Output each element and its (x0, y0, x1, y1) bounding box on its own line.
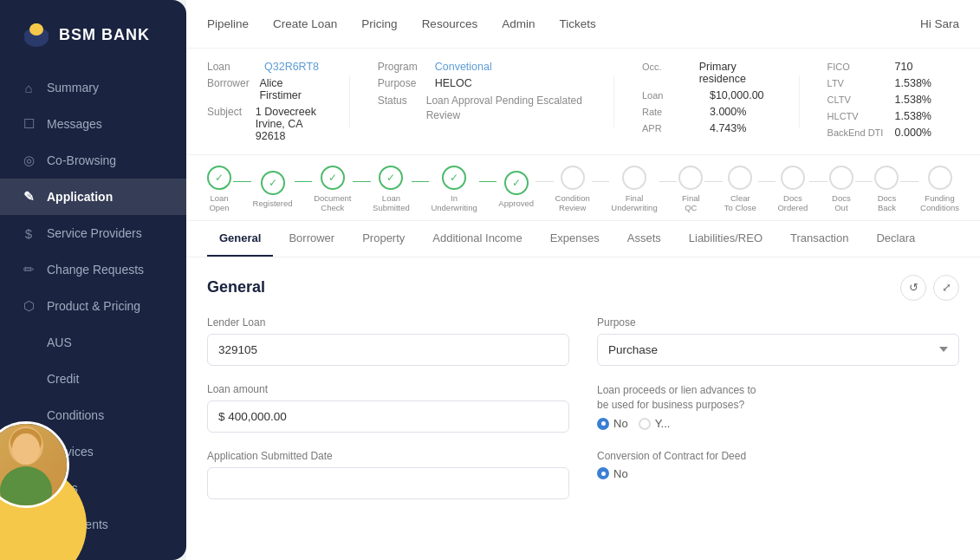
business-no-option[interactable]: No (597, 417, 628, 430)
prog-line (900, 181, 918, 183)
edit-icon: ✏ (21, 262, 36, 277)
loan-amount-input[interactable] (207, 400, 569, 433)
tab-expenses[interactable]: Expenses (538, 221, 612, 257)
prog-step-docs-ordered: DocsOrdered (777, 166, 808, 213)
status-value: Loan Approval Pending Escalated Review (426, 94, 586, 123)
ltv-value: 1.538% (895, 77, 931, 89)
section-actions: ↺ ⤢ (900, 275, 959, 301)
prog-label: DocsOrdered (777, 193, 808, 213)
divider-3 (799, 75, 800, 127)
tab-general[interactable]: General (207, 221, 273, 257)
business-yes-option[interactable]: Y... (639, 417, 671, 430)
fico-row: FICO 710 (827, 61, 931, 73)
prog-label: ConditionReview (555, 193, 590, 213)
prog-label: DocsBack (878, 193, 897, 213)
sidebar-item-label: Co-Browsing (47, 153, 116, 167)
cltv-label: CLTV (827, 94, 888, 105)
nav-resources[interactable]: Resources (422, 14, 478, 34)
status-label: Status (378, 94, 419, 107)
content-area: General ↺ ⤢ Lender Loan Purpose Purchase… (186, 257, 980, 560)
fico-label: FICO (827, 62, 888, 72)
nav-pricing[interactable]: Pricing (361, 14, 397, 34)
tab-declara[interactable]: Declara (864, 221, 927, 257)
status-row: Status Loan Approval Pending Escalated R… (378, 94, 586, 123)
prog-label: DocumentCheck (314, 193, 351, 213)
prog-step-loan-open: ✓ LoanOpen (207, 166, 231, 213)
sidebar-item-aus[interactable]: AUS (0, 324, 186, 361)
loan-amount-group: Loan amount (207, 383, 569, 433)
sidebar-item-label: Messages (47, 117, 102, 131)
purpose-select[interactable]: Purchase Refinance Cash Out Refinance Ot… (597, 334, 959, 366)
form-grid: Lender Loan Purpose Purchase Refinance C… (207, 316, 959, 499)
sidebar-item-change-requests[interactable]: ✏ Change Requests (0, 251, 186, 288)
loan-amount-value: $10,000.00 (710, 89, 764, 101)
prog-step-loan-submitted: ✓ LoanSubmitted (373, 166, 410, 213)
prog-label: FundingConditions (920, 193, 959, 213)
nav-admin[interactable]: Admin (502, 14, 535, 34)
apr-row: APR 4.743% (642, 122, 771, 134)
loan-metrics-2: FICO 710 LTV 1.538% CLTV 1.538% HLCTV 1.… (827, 61, 931, 139)
business-question-label: Loan proceeds or lien advances tobe used… (597, 383, 959, 413)
prog-circle (622, 166, 646, 190)
tab-borrower[interactable]: Borrower (276, 221, 347, 257)
purpose-value: HELOC (435, 77, 472, 89)
prog-line (353, 181, 371, 183)
app-submitted-input[interactable] (207, 467, 569, 499)
svg-point-8 (12, 433, 40, 465)
tab-transaction[interactable]: Transaction (778, 221, 860, 257)
nav-tickets[interactable]: Tickets (559, 14, 595, 34)
section-title: General (207, 278, 265, 296)
deed-no-option[interactable]: No (597, 467, 628, 480)
prog-step-condition-review: ConditionReview (555, 166, 590, 213)
sidebar-item-service-providers[interactable]: $ Service Providers (0, 215, 186, 251)
expand-button[interactable]: ⤢ (933, 275, 959, 301)
sidebar: BSM BANK ⌂ Summary ☐ Messages ◎ Co-Brows… (0, 0, 186, 560)
tab-assets[interactable]: Assets (615, 221, 673, 257)
loan-id-row: Loan Q32R6RT8 (207, 61, 321, 73)
tab-liabilities-reo[interactable]: Liabilities/REO (677, 221, 775, 257)
prog-line (659, 181, 678, 183)
prog-circle (561, 166, 585, 190)
refresh-button[interactable]: ↺ (900, 275, 926, 301)
purpose-group: Purpose Purchase Refinance Cash Out Refi… (597, 316, 959, 366)
tab-property[interactable]: Property (350, 221, 417, 257)
nav-create-loan[interactable]: Create Loan (273, 14, 337, 34)
occ-row: Occ. Primary residence (642, 61, 771, 85)
occ-value: Primary residence (699, 61, 771, 85)
tab-additional-income[interactable]: Additional Income (420, 221, 534, 257)
deed-radio-group: No (597, 467, 959, 480)
apr-value: 4.743% (710, 122, 746, 134)
prog-label: LoanOpen (209, 193, 229, 213)
backend-dti-value: 0.000% (895, 127, 931, 139)
prog-line (809, 181, 827, 183)
loan-amount-row: Loan $10,000.00 (642, 89, 771, 101)
business-yes-radio[interactable] (639, 418, 651, 430)
prog-line (758, 181, 776, 183)
prog-label: InUnderwriting (431, 193, 477, 213)
sidebar-item-credit[interactable]: Credit (0, 361, 186, 397)
deed-no-radio[interactable] (597, 467, 609, 479)
bsm-logo-icon (21, 19, 52, 50)
sidebar-item-label: AUS (47, 335, 72, 349)
user-greeting: Hi Sara (920, 17, 959, 30)
purpose-label: Purpose (378, 77, 428, 89)
sidebar-item-product-pricing[interactable]: ⬡ Product & Pricing (0, 288, 186, 324)
hlctv-row: HLCTV 1.538% (827, 110, 931, 122)
loan-amount-label: Loan (642, 90, 703, 101)
prog-label: FinalQC (682, 193, 700, 213)
prog-circle (728, 166, 752, 190)
sidebar-item-summary[interactable]: ⌂ Summary (0, 69, 186, 106)
prog-circle: ✓ (379, 166, 403, 190)
sidebar-item-application[interactable]: ✎ Application (0, 179, 186, 215)
lender-loan-input[interactable] (207, 334, 569, 366)
sidebar-item-label: Conditions (47, 408, 104, 422)
loan-id-label: Loan (207, 61, 257, 73)
borrower-row: Borrower Alice Firstimer (207, 77, 321, 101)
business-no-radio[interactable] (597, 418, 609, 430)
sidebar-item-co-browsing[interactable]: ◎ Co-Browsing (0, 142, 186, 179)
cltv-row: CLTV 1.538% (827, 94, 931, 106)
sidebar-item-messages[interactable]: ☐ Messages (0, 106, 186, 142)
nav-pipeline[interactable]: Pipeline (207, 14, 249, 34)
home-icon: ⌂ (21, 80, 36, 95)
prog-line (412, 181, 430, 183)
